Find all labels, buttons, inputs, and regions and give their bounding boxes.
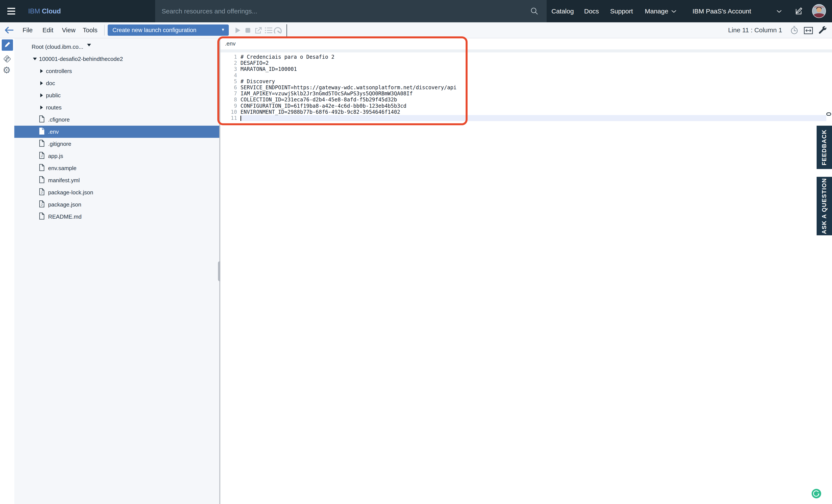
toolbar-divider [104, 25, 105, 35]
file-label: package.json [48, 201, 81, 208]
menu-edit[interactable]: Edit [43, 22, 53, 38]
code-editor[interactable]: 1# Credenciais para o Desafio 2 2DESAFIO… [220, 54, 832, 504]
back-arrow-icon[interactable] [4, 26, 14, 35]
code-line: 1# Credenciais para o Desafio 2 [220, 54, 832, 60]
grammarly-icon[interactable] [811, 488, 822, 500]
open-app-external-icon[interactable] [255, 27, 262, 35]
caret-right-icon [40, 69, 43, 73]
tree-file-package-lock[interactable]: J package-lock.json [14, 186, 219, 198]
nav-support[interactable]: Support [610, 0, 633, 22]
cursor-position-status: Line 11 : Column 1 [728, 22, 782, 38]
code-line-active: 11 [220, 115, 832, 121]
line-number: 11 [220, 115, 240, 121]
logs-list-icon[interactable] [265, 27, 272, 34]
file-label: .gitignore [48, 141, 71, 147]
compose-icon[interactable] [795, 7, 803, 16]
tree-file-package[interactable]: J package.json [14, 198, 219, 211]
stop-icon[interactable] [245, 28, 251, 34]
caret-right-icon [40, 106, 43, 109]
tree-file-env-selected[interactable]: .env [14, 126, 219, 138]
root-label: Root (cloud.ibm.co... [32, 44, 83, 50]
menu-tools[interactable]: Tools [83, 22, 98, 38]
line-number: 4 [220, 72, 240, 78]
tree-file-cfignore[interactable]: .cfignore [14, 113, 219, 126]
text-cursor [240, 116, 241, 121]
overview-ruler-marker[interactable] [826, 112, 831, 116]
code-text [240, 115, 826, 121]
ask-a-question-tab[interactable]: ASK A QUESTION [816, 177, 832, 235]
caret-down-icon [33, 58, 37, 60]
editor-tab-env[interactable]: .env [225, 38, 235, 49]
global-search [155, 0, 547, 22]
search-input[interactable] [155, 0, 547, 22]
tree-file-envsample[interactable]: env.sample [14, 162, 219, 174]
line-number: 5 [220, 78, 240, 84]
project-label: 100001-desafio2-behindthecode2 [39, 56, 123, 62]
line-number: 3 [220, 66, 240, 72]
code-text: IAM_APIKEY=vzuwjSklb2Jr3nGmd5TOcSAwPS3ys… [240, 90, 413, 97]
code-line: 2DESAFIO=2 [220, 60, 832, 66]
file-icon [39, 140, 45, 148]
tree-file-appjs[interactable]: J app.js [14, 150, 219, 162]
tree-file-manifest[interactable]: manifest.yml [14, 174, 219, 186]
js-file-icon: J [39, 152, 45, 160]
file-label: package-lock.json [48, 189, 93, 196]
pencil-icon [4, 41, 11, 49]
run-play-icon[interactable] [235, 27, 240, 34]
word-wrap-icon[interactable] [804, 27, 813, 35]
feedback-tab[interactable]: FEEDBACK [816, 126, 832, 169]
code-line: 8COLLECTION_ID=231eca76-d2b4-45e8-8afd-f… [220, 97, 832, 103]
search-icon[interactable] [530, 6, 539, 17]
left-icon-rail: ⚙ [0, 38, 14, 504]
brand-cloud: Cloud [42, 7, 61, 15]
svg-text:J: J [41, 203, 43, 207]
line-number: 2 [220, 60, 240, 66]
main-area: ⚙ Root (cloud.ibm.co... 100001-desafio2-… [0, 38, 832, 504]
tree-file-readme[interactable]: README.md [14, 211, 219, 223]
file-label: .env [48, 129, 59, 135]
folder-label: controllers [46, 68, 72, 75]
account-chevron-down-icon[interactable] [777, 10, 782, 14]
tree-folder-routes[interactable]: routes [14, 101, 219, 113]
brand-ibm: IBM [28, 7, 40, 15]
tree-folder-doc[interactable]: doc [14, 77, 219, 89]
menu-view[interactable]: View [62, 22, 75, 38]
folder-label: routes [46, 104, 61, 111]
hamburger-menu-icon[interactable] [7, 8, 16, 15]
code-line: 6SERVICE_ENDPOINT=https://gateway-wdc.wa… [220, 84, 832, 90]
nav-docs[interactable]: Docs [584, 0, 599, 22]
line-number: 9 [220, 103, 240, 109]
code-text: # Discovery [240, 78, 275, 84]
code-text: MARATONA_ID=100001 [240, 66, 297, 72]
history-clock-icon[interactable] [790, 26, 799, 36]
ibm-cloud-header: IBMCloud Catalog Docs Support Manage IBM… [0, 0, 832, 22]
code-text: SERVICE_ENDPOINT=https://gateway-wdc.wat… [240, 84, 457, 90]
editor-tab-bar: .env [220, 38, 832, 49]
tree-project-folder[interactable]: 100001-desafio2-behindthecode2 [14, 53, 219, 65]
git-icon[interactable] [3, 54, 12, 64]
menu-file[interactable]: File [23, 22, 33, 38]
manage-chevron-down-icon[interactable] [671, 10, 676, 14]
account-switcher[interactable]: IBM PaaS's Account [693, 0, 751, 22]
toolbar-divider [286, 24, 287, 36]
settings-wrench-icon[interactable] [818, 26, 827, 35]
file-icon [39, 213, 45, 221]
folder-label: public [46, 92, 61, 99]
dashboard-gauge-icon[interactable] [274, 27, 282, 35]
nav-catalog[interactable]: Catalog [551, 0, 574, 22]
launch-configuration-dropdown[interactable]: Create new launch configuration ▼ [108, 25, 229, 36]
file-tree: Root (cloud.ibm.co... 100001-desafio2-be… [14, 38, 219, 504]
tree-folder-controllers[interactable]: controllers [14, 65, 219, 77]
tree-file-gitignore[interactable]: .gitignore [14, 138, 219, 150]
code-text: DESAFIO=2 [240, 60, 269, 66]
js-file-icon: J [39, 201, 45, 209]
editor-pane: .env 1# Credenciais para o Desafio 2 2DE… [220, 38, 832, 504]
gear-icon[interactable]: ⚙ [3, 65, 11, 75]
tree-root-selector[interactable]: Root (cloud.ibm.co... [14, 41, 219, 53]
tree-folder-public[interactable]: public [14, 89, 219, 101]
code-text: CONFIGURATION_ID=61f19ba8-a42e-4c6d-bb0b… [240, 103, 407, 109]
ibm-cloud-logo[interactable]: IBMCloud [28, 0, 61, 22]
edit-mode-button[interactable] [2, 39, 13, 51]
avatar[interactable] [812, 4, 826, 19]
nav-manage[interactable]: Manage [645, 0, 668, 22]
